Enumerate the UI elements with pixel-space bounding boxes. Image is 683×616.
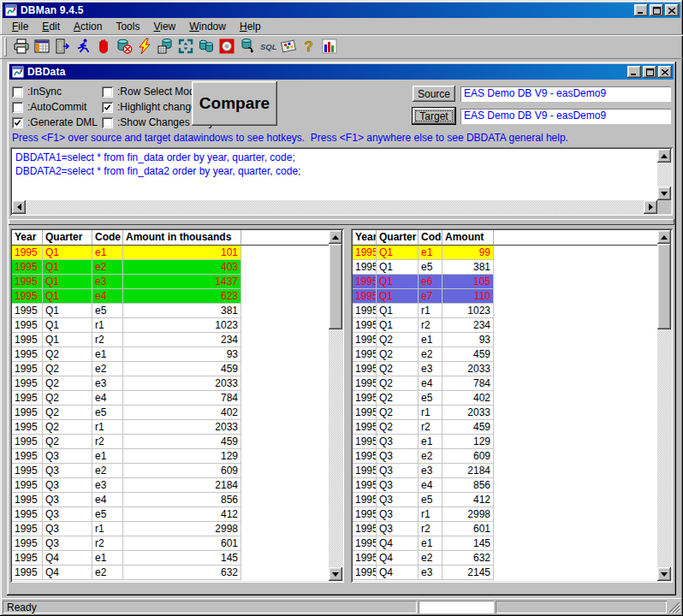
stop-button[interactable]: [93, 38, 113, 57]
table-row[interactable]: 1995Q2e32033: [353, 362, 657, 376]
table-row[interactable]: 1995Q2r12033: [353, 406, 657, 420]
resize-grip[interactable]: [668, 601, 680, 613]
target-vertical-scrollbar[interactable]: [657, 230, 671, 581]
table-row[interactable]: 1995Q3e32184: [12, 478, 329, 493]
chart-button[interactable]: [319, 38, 339, 57]
source-button[interactable]: Source: [413, 86, 455, 102]
scroll-down-button[interactable]: [657, 567, 671, 581]
maximize-button[interactable]: [650, 4, 663, 16]
export-db-button[interactable]: [237, 38, 257, 57]
table-row[interactable]: 1995Q2e4784: [12, 391, 329, 406]
menu-window[interactable]: Window: [182, 19, 233, 34]
source-db-field[interactable]: EAS Demo DB V9 - easDemo9: [460, 86, 671, 102]
table-row[interactable]: 1995Q1e1101: [12, 246, 329, 260]
scroll-down-button[interactable]: [329, 567, 342, 581]
target-db-field[interactable]: EAS Demo DB V9 - easDemo9: [460, 109, 671, 124]
table-row[interactable]: 1995Q2e4784: [353, 376, 657, 391]
cancel-db-button[interactable]: [114, 38, 134, 57]
help-button[interactable]: ?: [299, 38, 318, 57]
toolbar-handle[interactable]: [4, 38, 7, 56]
table-row[interactable]: 1995Q2e32033: [12, 376, 329, 391]
exit-button[interactable]: [52, 38, 72, 57]
table-row[interactable]: 1995Q4e32145: [353, 566, 657, 580]
table-row[interactable]: 1995Q1e7110: [353, 289, 657, 304]
table-row[interactable]: 1995Q2e193: [353, 333, 657, 347]
scroll-up-button[interactable]: [657, 149, 671, 163]
table-row[interactable]: 1995Q2e2459: [353, 347, 657, 362]
checkbox-insync[interactable]: :InSync: [12, 84, 98, 99]
splitter-bar[interactable]: [9, 219, 674, 225]
table-row[interactable]: 1995Q3r2601: [12, 536, 329, 551]
checkbox-box[interactable]: [102, 117, 113, 128]
table-row[interactable]: 1995Q1e31437: [12, 275, 329, 289]
table-row[interactable]: 1995Q4e2632: [353, 551, 657, 566]
table-row[interactable]: 1995Q1r11023: [353, 304, 657, 318]
compare-button[interactable]: Compare: [192, 81, 277, 126]
checkbox-box[interactable]: [12, 117, 23, 128]
copy-db-button[interactable]: [196, 38, 216, 57]
db-calc-button[interactable]: [155, 38, 175, 57]
child-minimize-button[interactable]: [627, 66, 641, 78]
scroll-up-button[interactable]: [329, 230, 342, 244]
table-row[interactable]: 1995Q3e2609: [12, 464, 329, 478]
sql-horizontal-scrollbar[interactable]: [12, 200, 657, 214]
execute-button[interactable]: [134, 38, 154, 57]
checkbox-box[interactable]: [102, 102, 113, 113]
table-row[interactable]: 1995Q3e1129: [353, 435, 657, 449]
table-row[interactable]: 1995Q2e2459: [12, 362, 329, 376]
table-row[interactable]: 1995Q1e5381: [353, 260, 657, 275]
sql-button[interactable]: SQL: [258, 38, 277, 57]
table-row[interactable]: 1995Q4e1145: [12, 551, 329, 566]
table-row[interactable]: 1995Q2r12033: [12, 420, 329, 435]
table-row[interactable]: 1995Q1e2403: [12, 260, 329, 275]
table-row[interactable]: 1995Q1e5381: [12, 304, 329, 318]
grid-button[interactable]: [32, 38, 51, 57]
frame-button[interactable]: [175, 38, 195, 57]
scroll-left-button[interactable]: [12, 200, 26, 214]
table-row[interactable]: 1995Q1r11023: [12, 318, 329, 333]
scroll-right-button[interactable]: [644, 200, 657, 214]
table-row[interactable]: 1995Q2e193: [12, 347, 329, 362]
scroll-track[interactable]: [329, 329, 342, 567]
menu-view[interactable]: View: [146, 19, 182, 34]
child-close-button[interactable]: [658, 66, 672, 78]
table-row[interactable]: 1995Q1e6105: [353, 275, 657, 289]
menu-help[interactable]: Help: [233, 19, 268, 34]
table-row[interactable]: 1995Q3r12998: [353, 507, 657, 522]
print-button[interactable]: [11, 38, 31, 57]
scroll-thumb[interactable]: [329, 244, 342, 329]
table-row[interactable]: 1995Q2e5402: [12, 406, 329, 420]
palette-button[interactable]: [278, 38, 298, 57]
table-row[interactable]: 1995Q1e4623: [12, 289, 329, 304]
sql-vertical-scrollbar[interactable]: [657, 149, 671, 200]
table-row[interactable]: 1995Q3e4856: [353, 478, 657, 493]
sql-text[interactable]: DBDATA1=select * from fin_data order by …: [12, 149, 657, 200]
checkbox-box[interactable]: [12, 86, 23, 98]
record-button[interactable]: [217, 38, 236, 57]
table-row[interactable]: 1995Q2r2459: [12, 435, 329, 449]
scroll-track[interactable]: [26, 200, 644, 214]
source-vertical-scrollbar[interactable]: [329, 230, 342, 581]
table-row[interactable]: 1995Q2e5402: [353, 391, 657, 406]
target-grid[interactable]: YearQuarterCodeAmount1995Q1e1991995Q1e53…: [353, 230, 657, 581]
scroll-track[interactable]: [657, 163, 671, 187]
table-row[interactable]: 1995Q1r2234: [353, 318, 657, 333]
checkbox-autocommit[interactable]: :AutoCommit: [12, 99, 98, 115]
table-row[interactable]: 1995Q3e4856: [12, 493, 329, 507]
menu-tools[interactable]: Tools: [109, 19, 146, 34]
scroll-up-button[interactable]: [657, 230, 671, 244]
table-row[interactable]: 1995Q2r2459: [353, 420, 657, 435]
menu-action[interactable]: Action: [67, 19, 109, 34]
minimize-button[interactable]: [634, 4, 648, 16]
target-button[interactable]: Target: [413, 108, 455, 124]
close-button[interactable]: [665, 4, 679, 16]
table-row[interactable]: 1995Q3e1129: [12, 449, 329, 464]
table-row[interactable]: 1995Q3r2601: [353, 522, 657, 536]
menu-edit[interactable]: Edit: [35, 19, 67, 34]
table-row[interactable]: 1995Q3e5412: [353, 493, 657, 507]
menu-file[interactable]: File: [5, 19, 35, 34]
scroll-thumb[interactable]: [657, 244, 671, 329]
scroll-track[interactable]: [657, 329, 671, 567]
source-grid[interactable]: YearQuarterCodeAmount in thousands1995Q1…: [12, 230, 329, 581]
child-maximize-button[interactable]: [643, 66, 656, 78]
